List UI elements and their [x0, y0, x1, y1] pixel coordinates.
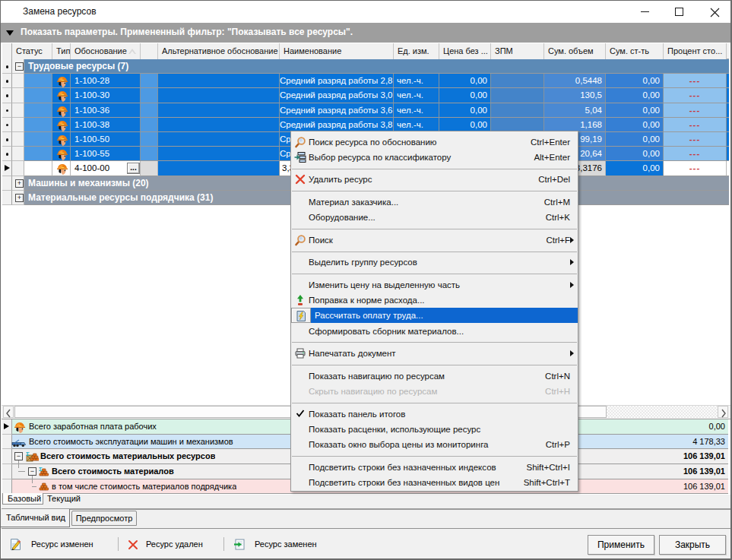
svg-text:Σ: Σ [26, 451, 30, 457]
svg-text:Σ: Σ [39, 467, 43, 473]
